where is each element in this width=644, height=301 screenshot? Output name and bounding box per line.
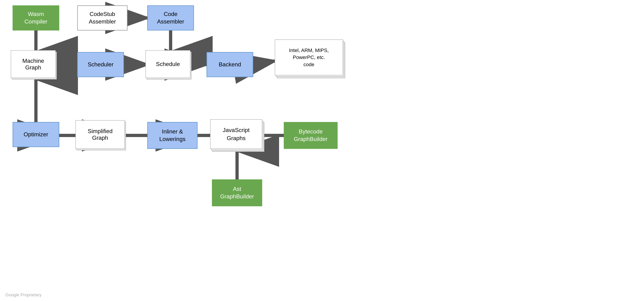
inliner-lowerings-node: Inliner &Lowerings (147, 122, 198, 149)
codestub-assembler-node: CodeStubAssembler (77, 5, 128, 30)
ast-graphbuilder-node: AstGraphBuilder (212, 179, 262, 206)
scheduler-node: Scheduler (77, 52, 124, 77)
code-assembler-node: CodeAssembler (147, 5, 194, 30)
wasm-compiler-node: Wasm Compiler (12, 5, 59, 30)
svg-line-10 (253, 61, 275, 65)
backend-node: Backend (206, 52, 253, 77)
bytecode-graphbuilder-node: BytecodeGraphBuilder (284, 122, 338, 149)
footer-text: Google Proprietary (6, 293, 42, 298)
diagram: Wasm Compiler CodeStubAssembler CodeAsse… (0, 0, 644, 301)
optimizer-node: Optimizer (12, 122, 59, 147)
